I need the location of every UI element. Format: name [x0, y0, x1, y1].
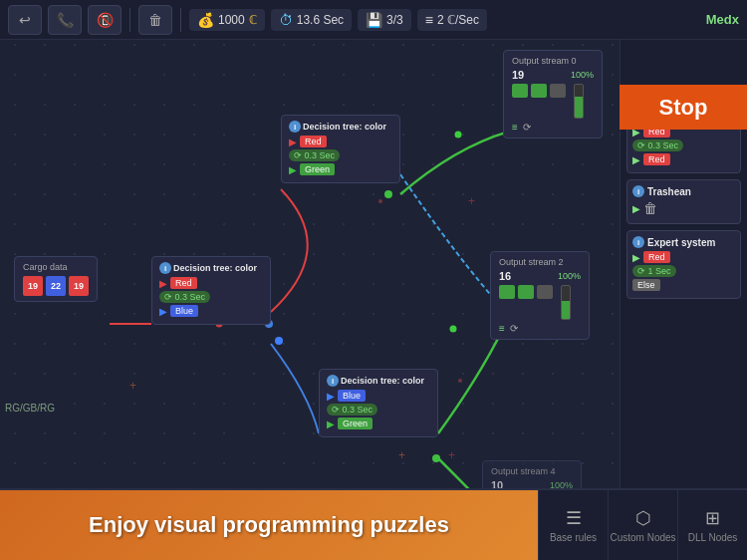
dn3-green: Green: [338, 418, 373, 429]
os4-pct: 100%: [550, 480, 573, 488]
dn2-info: i: [159, 262, 171, 274]
nav-custom-label: Custom Nodes: [610, 532, 675, 543]
save-stat: 💾 3/3: [358, 9, 411, 31]
stop-button[interactable]: Stop: [620, 85, 747, 130]
bottom-banner: Enjoy visual programming puzzles: [0, 490, 538, 560]
trash-button[interactable]: 🗑: [138, 5, 172, 35]
save-value: 3/3: [386, 13, 403, 27]
os2-bar-green2: [518, 285, 534, 299]
nav-base-icon: ☰: [566, 507, 582, 529]
dn3-title: Decision tree: color: [341, 376, 424, 386]
expert-else: Else: [632, 279, 660, 291]
username: Medx: [706, 12, 739, 27]
bottom-nav: Enjoy visual programming puzzles ☰ Base …: [0, 488, 747, 560]
svg-point-1: [384, 190, 392, 198]
dn3-arrow1: ▶: [327, 391, 335, 402]
dn1-title: Decision tree: color: [303, 122, 386, 132]
gold-value: 1000: [218, 13, 245, 27]
os2-value: 16: [499, 270, 511, 282]
rate-stat: ≡ 2 ℂ/Sec: [417, 9, 487, 31]
dn2-red: Red: [170, 277, 197, 289]
toolbar-sep1: [129, 8, 130, 32]
dn1-time: ⟳ 0.3 Sec: [289, 149, 340, 161]
panel-node-trashean: i Trashean ▶ 🗑: [626, 179, 741, 224]
undo-button[interactable]: ↩: [8, 5, 42, 35]
call-out-button[interactable]: 📵: [88, 5, 122, 35]
save-icon: 💾: [366, 12, 382, 28]
gold-icon: 💰: [197, 12, 214, 28]
os2-title: Output stream 2: [499, 257, 581, 267]
dn3-info: i: [327, 375, 339, 387]
os0-settings-icon[interactable]: ≡: [512, 122, 518, 133]
gold-stat: 💰 1000 ℂ: [189, 9, 265, 31]
deco-dot-2: [458, 379, 462, 383]
os0-title: Output stream 0: [512, 56, 594, 66]
os2-settings-icon[interactable]: ≡: [499, 323, 505, 334]
dn1-info: i: [289, 121, 301, 133]
panel-node2-title: Trashean: [647, 186, 691, 197]
cargo-item-2: 22: [46, 276, 66, 296]
panel-node3-title: Expert system: [647, 237, 715, 248]
banner-text: Enjoy visual programming puzzles: [89, 512, 449, 538]
os2-bar-gray: [537, 285, 553, 299]
rate-icon: ≡: [425, 12, 433, 28]
decision-node-2[interactable]: i Decision tree: color ▶ Red ⟳ 0.3 Sec ▶…: [151, 256, 271, 325]
dn1-red: Red: [300, 136, 327, 147]
nav-custom-icon: ⬡: [635, 507, 651, 529]
os2-refresh-icon[interactable]: ⟳: [510, 323, 518, 334]
game-area: ↩ 📞 📵 🗑 💰 1000 ℂ ⏱ 13.6 Sec 💾 3/3 ≡ 2 ℂ/…: [0, 0, 747, 488]
os4-title: Output stream 4: [491, 466, 573, 476]
toolbar-sep2: [180, 8, 181, 32]
deco-plus-4: +: [398, 448, 405, 462]
nav-dll-nodes[interactable]: ⊞ DLL Nodes: [677, 490, 747, 560]
dn1-green: Green: [300, 163, 335, 175]
nav-dll-icon: ⊞: [705, 507, 720, 529]
os2-fill-bar: [561, 285, 571, 320]
nav-dll-label: DLL Nodes: [688, 532, 738, 543]
output-stream-0[interactable]: Output stream 0 19 100% ≡ ⟳: [503, 50, 603, 139]
svg-point-6: [455, 132, 462, 139]
toolbar: ↩ 📞 📵 🗑 💰 1000 ℂ ⏱ 13.6 Sec 💾 3/3 ≡ 2 ℂ/…: [0, 0, 747, 40]
decision-node-1[interactable]: i Decision tree: color ▶ Red ⟳ 0.3 Sec ▶…: [281, 115, 400, 183]
deco-plus-1: +: [468, 194, 475, 208]
os4-value: 10: [491, 479, 503, 488]
deco-dot-1: [378, 199, 382, 203]
svg-point-4: [275, 337, 283, 345]
os0-bar-green2: [531, 84, 547, 98]
time-stat: ⏱ 13.6 Sec: [271, 9, 352, 31]
currency-icon: ℂ: [249, 13, 257, 27]
cargo-node[interactable]: Cargo data 19 22 19: [14, 256, 98, 302]
os0-pct: 100%: [571, 70, 594, 80]
info-badge2: i: [632, 185, 644, 197]
output-stream-2[interactable]: Output stream 2 16 100% ≡ ⟳: [490, 251, 590, 340]
os0-refresh-icon[interactable]: ⟳: [523, 122, 531, 133]
corner-text: RG/GB/RG: [5, 403, 55, 414]
time-icon: ⏱: [279, 12, 293, 28]
right-panel: Stop i Decision tree: color ▶ Red ⟳ 0.3 …: [620, 40, 747, 488]
dn2-blue: Blue: [170, 305, 198, 317]
panel-node-expert: i Expert system ▶ Red ⟳ 1 Sec Else: [626, 230, 741, 299]
expert-play[interactable]: ▶: [632, 252, 640, 263]
dn3-blue: Blue: [338, 390, 366, 402]
dn2-arrow1: ▶: [159, 278, 167, 289]
os2-bar-green: [499, 285, 515, 299]
dn2-title: Decision tree: color: [173, 263, 257, 273]
info-badge3: i: [632, 236, 644, 248]
call-in-button[interactable]: 📞: [48, 5, 82, 35]
expert-time: ⟳ 1 Sec: [632, 265, 676, 277]
dn3-arrow2: ▶: [327, 419, 335, 429]
trashean-play[interactable]: ▶: [632, 203, 640, 214]
rate-value: 2 ℂ/Sec: [437, 13, 479, 27]
cargo-title: Cargo data: [23, 262, 89, 272]
nav-base-rules[interactable]: ☰ Base rules: [538, 490, 608, 560]
decision-node-3[interactable]: i Decision tree: color ▶ Blue ⟳ 0.3 Sec …: [319, 369, 438, 437]
nav-base-label: Base rules: [550, 532, 597, 543]
expert-red: Red: [643, 251, 670, 263]
deco-plus-2: +: [448, 448, 455, 462]
nav-custom-nodes[interactable]: ⬡ Custom Nodes: [608, 490, 677, 560]
trashean-icon: 🗑: [643, 200, 657, 216]
os0-value: 19: [512, 69, 524, 81]
output-stream-4[interactable]: Output stream 4 10 100%: [482, 460, 582, 488]
svg-point-7: [450, 326, 457, 333]
os0-bar-gray: [550, 84, 566, 98]
